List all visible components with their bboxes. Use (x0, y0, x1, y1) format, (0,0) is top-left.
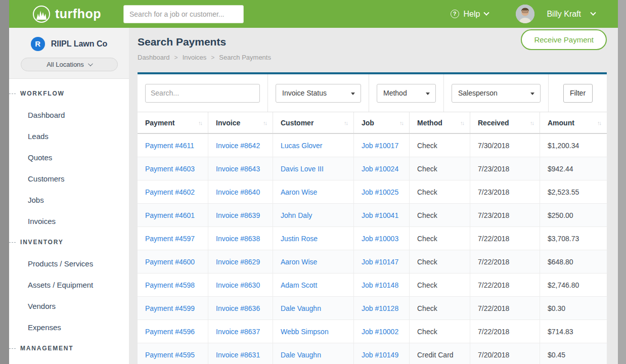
customer-link[interactable]: Justin Rose (273, 227, 354, 250)
payment-link[interactable]: Payment #4603 (138, 157, 208, 180)
column-header-label: Amount (548, 119, 574, 127)
help-menu[interactable]: ? Help (451, 10, 489, 19)
sidebar-item-products-services[interactable]: Products / Services (9, 253, 129, 274)
column-header-method[interactable]: Method↑↓ (410, 112, 470, 133)
column-header-payment[interactable]: Payment↑↓ (138, 112, 208, 133)
column-header-received[interactable]: Received↑↓ (470, 112, 540, 133)
filter-cell: Invoice Status (268, 74, 369, 112)
payment-link[interactable]: Payment #4600 (138, 250, 208, 273)
table-search-input[interactable] (145, 84, 260, 103)
method-cell: Check (410, 180, 470, 203)
sort-icon: ↑↓ (399, 120, 403, 126)
customer-link[interactable]: Lucas Glover (273, 134, 354, 157)
invoice-status-select[interactable]: Invoice Status (276, 84, 361, 103)
payments-table: Payment↑↓Invoice↑↓Customer↑↓Job↑↓Method↑… (138, 112, 607, 364)
help-icon: ? (451, 10, 459, 18)
customer-link[interactable]: Adam Scott (273, 274, 354, 296)
payment-link[interactable]: Payment #4611 (138, 134, 208, 157)
column-header-amount[interactable]: Amount↑↓ (540, 112, 607, 133)
global-search-input[interactable] (123, 5, 244, 23)
invoice-link[interactable]: Invoice #8636 (208, 297, 273, 320)
salesperson-select[interactable]: Salesperson (452, 84, 541, 103)
page-header: Search Payments Dashboard>Invoices>Searc… (138, 28, 607, 72)
job-link[interactable]: Job #10025 (354, 180, 410, 203)
payment-link[interactable]: Payment #4597 (138, 227, 208, 250)
invoice-link[interactable]: Invoice #8639 (208, 204, 273, 226)
scrollbar-track[interactable] (618, 0, 626, 364)
column-header-job[interactable]: Job↑↓ (354, 112, 410, 133)
customer-link[interactable]: Aaron Wise (273, 250, 354, 273)
sidebar-nav: WORKFLOWDashboardLeadsQuotesCustomersJob… (9, 79, 129, 364)
received-cell: 7/22/2018 (470, 227, 540, 250)
breadcrumb-invoices[interactable]: Invoices (183, 54, 207, 61)
customer-link[interactable]: Dale Vaughn (273, 297, 354, 320)
sort-icon: ↑↓ (198, 120, 202, 126)
table-row: Payment #4597Invoice #8638Justin RoseJob… (138, 227, 607, 250)
invoice-link[interactable]: Invoice #8631 (208, 343, 273, 364)
payment-link[interactable]: Payment #4595 (138, 343, 208, 364)
invoice-link[interactable]: Invoice #8638 (208, 227, 273, 250)
invoice-link[interactable]: Invoice #8643 (208, 157, 273, 180)
method-cell: Check (410, 297, 470, 320)
customer-link[interactable]: Davis Love III (273, 157, 354, 180)
sidebar-section-workflow: WORKFLOW (9, 83, 129, 104)
breadcrumb-dashboard[interactable]: Dashboard (138, 54, 170, 61)
table-row: Payment #4599Invoice #8636Dale VaughnJob… (138, 297, 607, 320)
sidebar-section-label: INVENTORY (20, 239, 64, 246)
payment-link[interactable]: Payment #4601 (138, 204, 208, 226)
job-link[interactable]: Job #10003 (354, 227, 410, 250)
sidebar-item-quotes[interactable]: Quotes (9, 147, 129, 168)
sidebar-item-expenses[interactable]: Expenses (9, 316, 129, 338)
amount-cell: $714.83 (540, 320, 607, 343)
customer-link[interactable]: Aaron Wise (273, 180, 354, 203)
chevron-down-icon[interactable] (590, 10, 596, 15)
user-name[interactable]: Billy Kraft (547, 10, 581, 19)
location-selector[interactable]: All Locations (21, 58, 118, 71)
job-link[interactable]: Job #10024 (354, 157, 410, 180)
location-selector-label: All Locations (47, 61, 84, 68)
brand-logo[interactable]: turfhop (33, 6, 101, 23)
payment-link[interactable]: Payment #4602 (138, 180, 208, 203)
method-select[interactable]: Method (377, 84, 436, 103)
filter-cell: Salesperson (444, 74, 549, 112)
customer-link[interactable]: Dale Vaughn (273, 343, 354, 364)
column-header-customer[interactable]: Customer↑↓ (273, 112, 354, 133)
brand-name: turfhop (55, 7, 101, 21)
table-header-row: Payment↑↓Invoice↑↓Customer↑↓Job↑↓Method↑… (138, 112, 607, 134)
invoice-link[interactable]: Invoice #8642 (208, 134, 273, 157)
invoice-link[interactable]: Invoice #8637 (208, 320, 273, 343)
sidebar-item-customers[interactable]: Customers (9, 168, 129, 189)
sidebar-item-assets-equipment[interactable]: Assets / Equipment (9, 274, 129, 295)
customer-link[interactable]: John Daly (273, 204, 354, 226)
column-header-invoice[interactable]: Invoice↑↓ (208, 112, 273, 133)
job-link[interactable]: Job #10148 (354, 274, 410, 296)
invoice-link[interactable]: Invoice #8630 (208, 274, 273, 296)
customer-link[interactable]: Webb Simpson (273, 320, 354, 343)
job-link[interactable]: Job #10002 (354, 320, 410, 343)
job-link[interactable]: Job #10149 (354, 343, 410, 364)
sidebar: R RIIPL Lawn Co All Locations WORKFLOWDa… (9, 28, 129, 364)
filter-button[interactable]: Filter (563, 84, 593, 103)
sidebar-item-vendors[interactable]: Vendors (9, 295, 129, 316)
content-row: R RIIPL Lawn Co All Locations WORKFLOWDa… (9, 28, 618, 364)
invoice-link[interactable]: Invoice #8640 (208, 180, 273, 203)
job-link[interactable]: Job #10041 (354, 204, 410, 226)
user-avatar[interactable] (516, 5, 534, 23)
sidebar-item-jobs[interactable]: Jobs (9, 189, 129, 210)
sidebar-item-dashboard[interactable]: Dashboard (9, 104, 129, 125)
invoice-link[interactable]: Invoice #8629 (208, 250, 273, 273)
sort-icon: ↑↓ (530, 120, 533, 126)
table-row: Payment #4611Invoice #8642Lucas GloverJo… (138, 134, 607, 157)
company-name: RIIPL Lawn Co (51, 39, 108, 49)
job-link[interactable]: Job #10017 (354, 134, 410, 157)
payment-link[interactable]: Payment #4599 (138, 297, 208, 320)
received-cell: 7/22/2018 (470, 250, 540, 273)
sidebar-item-invoices[interactable]: Invoices (9, 210, 129, 232)
amount-cell: $942.44 (540, 157, 607, 180)
receive-payment-button[interactable]: Receive Payment (521, 29, 607, 50)
job-link[interactable]: Job #10128 (354, 297, 410, 320)
sidebar-item-leads[interactable]: Leads (9, 125, 129, 147)
payment-link[interactable]: Payment #4598 (138, 274, 208, 296)
payment-link[interactable]: Payment #4596 (138, 320, 208, 343)
job-link[interactable]: Job #10147 (354, 250, 410, 273)
